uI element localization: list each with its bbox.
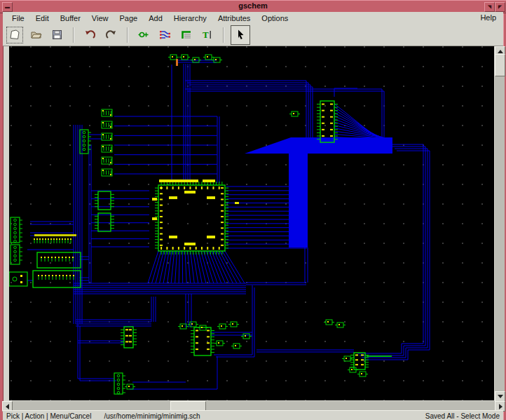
add-component-button[interactable] xyxy=(135,26,153,44)
text-icon: T xyxy=(201,29,213,41)
window-frame-left xyxy=(0,0,4,420)
menu-item-file[interactable]: File xyxy=(8,14,28,22)
menu-item-buffer[interactable]: Buffer xyxy=(57,14,84,22)
schematic-canvas[interactable] xyxy=(9,46,494,400)
menu-item-page[interactable]: Page xyxy=(116,14,142,22)
status-hints: Pick | Action | Menu/Cancel xyxy=(6,412,91,420)
statusbar: Pick | Action | Menu/Cancel /usr/home/mi… xyxy=(3,410,503,420)
open-button[interactable] xyxy=(27,26,45,44)
menu-item-help[interactable]: Help xyxy=(477,13,499,22)
down-arrow-icon xyxy=(498,395,503,398)
new-button[interactable] xyxy=(6,26,24,44)
menu-item-edit[interactable]: Edit xyxy=(32,14,53,22)
new-file-icon xyxy=(9,29,21,41)
toolbar-separator xyxy=(73,27,74,43)
menu-item-add[interactable]: Add xyxy=(145,14,166,22)
add-net-button[interactable] xyxy=(156,26,174,44)
add-text-button[interactable]: T xyxy=(198,26,216,44)
status-mode: Saved All - Select Mode xyxy=(425,412,500,420)
redo-arrow-icon xyxy=(105,29,117,41)
menu-item-hierarchy[interactable]: Hierarchy xyxy=(170,14,210,22)
status-filename: /usr/home/minimig/minimig.sch xyxy=(104,412,200,420)
right-arrow-icon xyxy=(499,404,502,409)
window-title: gschem xyxy=(0,1,506,10)
window-menu-button[interactable]: ▬ xyxy=(2,2,13,12)
bus-icon xyxy=(180,29,192,41)
select-arrow-icon xyxy=(235,29,247,41)
menu-item-attributes[interactable]: Attributes xyxy=(214,14,254,22)
menubar: FileEditBufferViewPageAddHierarchyAttrib… xyxy=(3,12,503,25)
undo-button[interactable] xyxy=(81,26,99,44)
toolbar: T xyxy=(3,24,503,46)
open-folder-icon xyxy=(30,29,42,41)
vertical-scrollbar[interactable] xyxy=(495,46,505,401)
scroll-down-button[interactable] xyxy=(495,391,505,402)
horizontal-scrollbar[interactable] xyxy=(2,401,505,410)
save-floppy-icon xyxy=(51,29,63,41)
left-arrow-icon xyxy=(6,404,9,409)
component-icon xyxy=(138,29,150,41)
undo-arrow-icon xyxy=(84,29,96,41)
save-button[interactable] xyxy=(48,26,66,44)
net-icon xyxy=(159,29,171,41)
window-maximize-button[interactable]: ◤ xyxy=(495,2,505,12)
add-bus-button[interactable] xyxy=(177,26,195,44)
toolbar-separator xyxy=(223,27,224,43)
svg-text:T: T xyxy=(203,29,209,40)
menu-item-view[interactable]: View xyxy=(88,14,112,22)
redo-button[interactable] xyxy=(102,26,120,44)
window-shade-button[interactable]: ◥ xyxy=(484,2,495,12)
vertical-scroll-thumb[interactable] xyxy=(495,54,505,76)
horizontal-scroll-thumb[interactable] xyxy=(170,401,206,411)
schematic-drawing xyxy=(9,46,494,400)
select-button[interactable] xyxy=(231,25,250,45)
toolbar-separator xyxy=(127,27,128,43)
menu-item-options[interactable]: Options xyxy=(258,14,292,22)
gschem-window: gschem ▬ ◥ ◤ FileEditBufferViewPageAddHi… xyxy=(0,0,506,420)
up-arrow-icon xyxy=(498,50,503,53)
